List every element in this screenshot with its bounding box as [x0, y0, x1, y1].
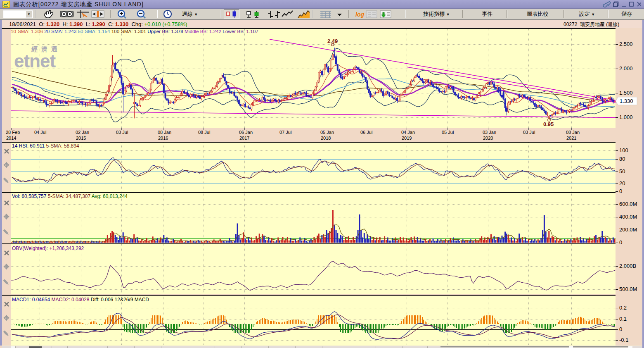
svg-text:etnet: etnet: [14, 51, 56, 71]
svg-text:04 Jan: 04 Jan: [401, 130, 415, 135]
svg-text:500.0M: 500.0M: [619, 286, 637, 292]
svg-text:2.500: 2.500: [619, 41, 633, 47]
svg-text:05 Jan: 05 Jan: [320, 130, 334, 135]
svg-text:log: log: [355, 11, 364, 18]
svg-text:0.1: 0.1: [619, 316, 627, 322]
svg-text:08 Jan: 08 Jan: [158, 130, 171, 135]
svg-text:0.95: 0.95: [543, 121, 554, 127]
svg-text:2017: 2017: [239, 136, 249, 141]
svg-text:50: 50: [619, 168, 625, 174]
svg-text:08 Jan: 08 Jan: [566, 130, 580, 135]
svg-text:2016: 2016: [158, 136, 168, 141]
svg-text:2018: 2018: [321, 136, 331, 141]
svg-text:400.0M: 400.0M: [619, 214, 637, 220]
svg-text:1.330: 1.330: [620, 98, 633, 104]
svg-text:2014: 2014: [6, 136, 16, 141]
svg-text:2020: 2020: [483, 136, 493, 141]
svg-text:0: 0: [619, 188, 622, 194]
svg-text:03 Jul: 03 Jul: [523, 130, 535, 135]
svg-text:2.000B: 2.000B: [619, 263, 636, 269]
svg-text:100: 100: [619, 147, 628, 153]
svg-text:-0.1: -0.1: [619, 337, 628, 343]
svg-text:07 Jul: 07 Jul: [279, 130, 291, 135]
svg-text:2019: 2019: [402, 136, 412, 141]
svg-text:0: 0: [619, 239, 622, 246]
svg-text:14 RSI: 60.911 5-SMA: 58.894: 14 RSI: 60.911 5-SMA: 58.894: [12, 143, 79, 149]
svg-text:MACD1: 0.04654 MACD2: 0.04028: MACD1: 0.04654 MACD2: 0.04028 Diff: 0.00…: [12, 297, 149, 303]
svg-text:600.0M: 600.0M: [619, 201, 637, 207]
svg-text:20: 20: [619, 180, 625, 186]
svg-text:1.000: 1.000: [619, 114, 633, 120]
svg-text:03 Jul: 03 Jul: [116, 130, 128, 135]
svg-text:2021: 2021: [566, 136, 576, 141]
svg-text:0: 0: [619, 326, 622, 332]
svg-text:02 Jan: 02 Jan: [76, 130, 89, 135]
svg-text:10-SMA: 1.306 20-SMA: 1.243 50: 10-SMA: 1.306 20-SMA: 1.243 50-SMA: 1.15…: [11, 29, 258, 34]
svg-text:80: 80: [619, 156, 625, 162]
svg-text:06 Jan: 06 Jan: [239, 130, 253, 135]
svg-text:05 Jul: 05 Jul: [442, 130, 454, 135]
svg-text:08 Jul: 08 Jul: [198, 130, 210, 135]
svg-text:28 Feb: 28 Feb: [6, 130, 20, 135]
svg-text:OBV(Weighted): +1,206,343,292: OBV(Weighted): +1,206,343,292: [12, 246, 84, 251]
svg-text:Vol: 60,585,757 5-SMA: 34,487,: Vol: 60,585,757 5-SMA: 34,487,307 Avg: 6…: [12, 193, 128, 199]
svg-text:06 Jul: 06 Jul: [360, 130, 372, 135]
svg-text:03 Jan: 03 Jan: [483, 130, 496, 135]
svg-text:2.49: 2.49: [327, 38, 338, 44]
svg-text:04 Jul: 04 Jul: [34, 130, 46, 135]
svg-text:0.2: 0.2: [619, 305, 627, 311]
svg-text:2015: 2015: [76, 136, 86, 141]
svg-text:1.500: 1.500: [619, 90, 633, 96]
svg-text:2.000: 2.000: [619, 65, 633, 72]
svg-text:200.0M: 200.0M: [619, 226, 637, 233]
